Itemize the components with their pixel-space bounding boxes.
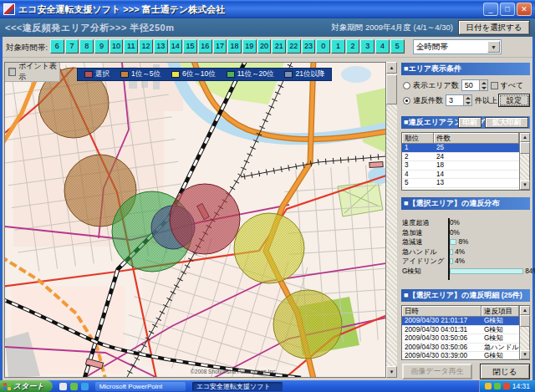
quick-launch-icon[interactable] [70, 383, 78, 390]
tray-icon[interactable] [494, 383, 501, 389]
chart-value-label: 84% [525, 267, 535, 275]
time-band-bar: 対象時間帯: 678910111213141516171819202122230… [0, 37, 535, 58]
hour-button-19[interactable]: 19 [242, 39, 257, 53]
chevron-down-icon[interactable]: ▼ [487, 41, 500, 53]
spinner-arrows-icon[interactable] [463, 95, 471, 105]
ranking-row[interactable]: 125 [402, 144, 529, 153]
maximize-button[interactable]: □ [500, 3, 515, 16]
map-viewport[interactable]: ©2008 Shobunsha Publications,Inc. 選択1位～5… [4, 62, 386, 378]
hour-button-20[interactable]: 20 [257, 39, 272, 53]
hour-button-15[interactable]: 15 [183, 39, 197, 53]
chart-category-label: 急ハンドル [402, 247, 448, 257]
hour-button-13[interactable]: 13 [154, 39, 168, 53]
item-cell: G検知 [482, 317, 519, 325]
hour-button-21[interactable]: 21 [272, 39, 286, 53]
ranking-table[interactable]: 順位 件数 125224318414513 ▲ ▼ [401, 132, 530, 191]
quick-launch-icon[interactable] [59, 383, 67, 390]
minimize-button[interactable]: _ [483, 3, 498, 16]
tray-icon[interactable] [503, 383, 510, 389]
ranking-scrollbar[interactable]: ▲ ▼ [519, 133, 529, 190]
datetime-cell: 2009/04/30 21:01:17 [402, 317, 482, 325]
close-dialog-button[interactable]: 閉じる [480, 364, 530, 379]
hour-button-2[interactable]: 2 [346, 39, 360, 53]
chart-category-label: 急減速 [402, 237, 448, 247]
hour-button-6[interactable]: 6 [50, 39, 64, 53]
replay-image-button[interactable]: 画像データ再生 [402, 364, 472, 379]
hour-button-0[interactable]: 0 [316, 39, 330, 53]
ranking-row[interactable]: 414 [402, 171, 529, 180]
detail-row[interactable]: 2009/04/30 03:39:00G検知 [402, 352, 529, 361]
close-icon[interactable]: ✕ [517, 3, 532, 16]
taskbar-task-powerpoint[interactable]: Microsoft PowerPoint [95, 382, 186, 391]
ranking-row[interactable]: 318 [402, 161, 529, 171]
taskbar-task-eco-app[interactable]: エコ安全運転支援ソフト [192, 382, 283, 391]
detail-row[interactable]: 2009/04/30 03:50:06G検知 [402, 334, 529, 344]
hour-button-22[interactable]: 22 [287, 39, 301, 53]
ranking-scrollbar-thumb[interactable] [520, 142, 530, 154]
map-legend: 選択1位～5位6位～10位11位～20位21位以降 [77, 68, 332, 81]
chart-bar [450, 268, 523, 274]
violation-count-radio[interactable] [403, 97, 410, 104]
details-scrollbar-thumb[interactable] [520, 315, 530, 327]
scroll-down-icon[interactable]: ▼ [386, 366, 397, 378]
area-count-spinner[interactable]: 50 [461, 79, 488, 91]
chart-row: 急加速0% [402, 228, 529, 238]
start-button[interactable]: スタート [0, 380, 53, 392]
map-vertical-scrollbar[interactable]: ▲ ▼ [386, 62, 397, 378]
detail-row[interactable]: 2009/04/30 03:50:06急ハンドル [402, 344, 529, 353]
point-display-checkbox[interactable] [8, 68, 16, 76]
hour-button-11[interactable]: 11 [124, 39, 138, 53]
hour-button-9[interactable]: 9 [94, 39, 109, 53]
select-date-button[interactable]: 日付を選択する [458, 20, 530, 35]
scroll-down-icon[interactable]: ▼ [520, 181, 530, 190]
quick-launch-icon[interactable] [81, 383, 89, 390]
hour-button-17[interactable]: 17 [213, 39, 227, 53]
apply-button[interactable]: 設定 [498, 94, 530, 107]
hour-button-5[interactable]: 5 [390, 39, 405, 53]
count-column-header[interactable]: 件数 [434, 133, 519, 144]
print-button[interactable]: 印刷 [458, 117, 482, 128]
area-count-radio[interactable] [403, 82, 410, 89]
hour-button-3[interactable]: 3 [360, 39, 374, 53]
hour-button-7[interactable]: 7 [65, 39, 79, 53]
hour-button-1[interactable]: 1 [331, 39, 345, 53]
legend-swatch-icon [171, 71, 180, 78]
all-checkbox[interactable] [491, 82, 498, 89]
point-display-toggle[interactable]: ポイント表示 [5, 63, 60, 82]
rank-cell: 2 [402, 153, 434, 161]
print-large-button[interactable]: 拡大印刷 [485, 117, 528, 128]
ranking-row[interactable]: 513 [402, 179, 529, 188]
hour-button-23[interactable]: 23 [302, 39, 316, 53]
hour-button-8[interactable]: 8 [79, 39, 94, 53]
hour-button-14[interactable]: 14 [169, 39, 183, 53]
scroll-up-icon[interactable]: ▲ [520, 133, 530, 142]
datetime-column-header[interactable]: 日時 [402, 306, 482, 317]
time-band-label: 対象時間帯: [6, 43, 48, 53]
hour-button-16[interactable]: 16 [198, 39, 212, 53]
rank-column-header[interactable]: 順位 [402, 133, 434, 144]
spinner-arrows-icon[interactable] [479, 80, 487, 90]
detail-row[interactable]: 2009/04/30 21:01:17G検知 [402, 317, 529, 326]
map-image[interactable]: ©2008 Shobunsha Publications,Inc. [5, 63, 386, 378]
item-cell: G検知 [482, 352, 519, 360]
chart-row: 急ハンドル4% [402, 247, 529, 257]
time-range-dropdown[interactable]: 全時間帯 ▼ [413, 39, 502, 54]
taskbar: スタート Microsoft PowerPoint エコ安全運転支援ソフト 14… [0, 380, 535, 392]
hour-button-18[interactable]: 18 [227, 39, 242, 53]
hour-button-10[interactable]: 10 [110, 39, 124, 53]
detail-row[interactable]: 2009/04/30 04:01:31G検知 [402, 326, 529, 335]
scroll-down-icon[interactable]: ▼ [520, 350, 530, 359]
details-header: ■【選択エリア】の違反明細 (25件) [401, 289, 530, 302]
scroll-up-icon[interactable]: ▲ [386, 62, 397, 74]
scroll-up-icon[interactable]: ▲ [520, 306, 530, 315]
item-column-header[interactable]: 違反項目 [482, 306, 519, 317]
hour-button-4[interactable]: 4 [375, 39, 390, 53]
start-label: スタート [13, 381, 44, 392]
violation-count-spinner[interactable]: 3 [446, 94, 472, 106]
ranking-row[interactable]: 224 [402, 153, 529, 162]
hour-button-12[interactable]: 12 [139, 39, 153, 53]
details-scrollbar[interactable]: ▲ ▼ [519, 306, 529, 359]
details-table[interactable]: 日時 違反項目 2009/04/30 21:01:17G検知2009/04/30… [401, 305, 530, 360]
tray-icon[interactable] [485, 383, 492, 389]
map-scrollbar-thumb[interactable] [386, 74, 397, 104]
